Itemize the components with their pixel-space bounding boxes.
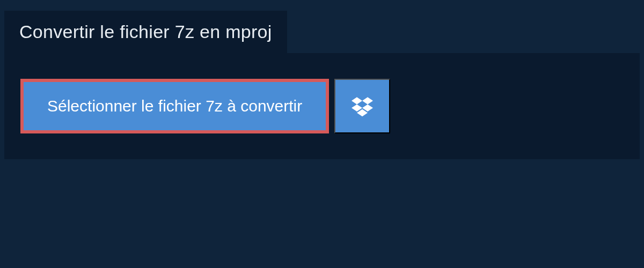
dropbox-icon — [352, 95, 373, 117]
button-row: Sélectionner le fichier 7z à convertir — [20, 79, 624, 133]
upload-section: Sélectionner le fichier 7z à convertir — [4, 53, 640, 159]
select-file-label: Sélectionner le fichier 7z à convertir — [47, 97, 302, 115]
select-file-button[interactable]: Sélectionner le fichier 7z à convertir — [20, 79, 329, 133]
header-tab: Convertir le fichier 7z en mproj — [4, 11, 287, 53]
page-title: Convertir le fichier 7z en mproj — [19, 21, 272, 42]
main-container: Convertir le fichier 7z en mproj Sélecti… — [0, 0, 644, 159]
dropbox-button[interactable] — [334, 79, 390, 133]
